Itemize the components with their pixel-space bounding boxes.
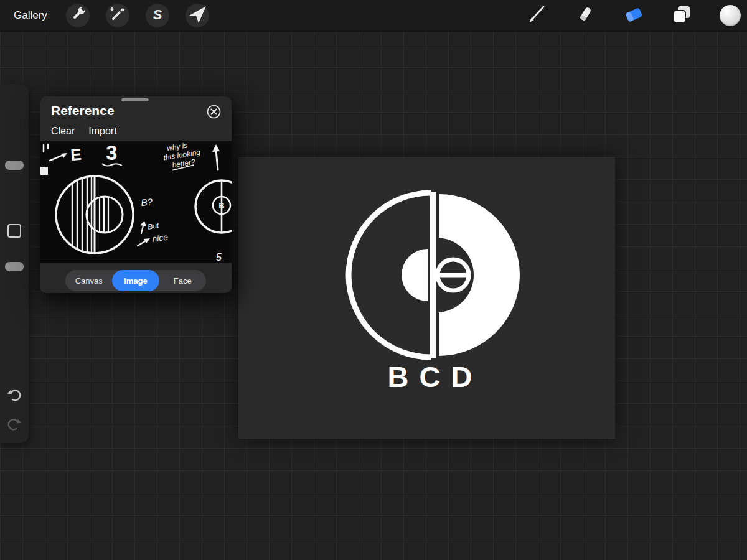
tab-face[interactable]: Face: [159, 270, 206, 291]
undo-button[interactable]: [6, 386, 23, 404]
sketch-nice-text: nice: [151, 232, 169, 244]
smudge-icon: [573, 2, 597, 29]
sketch-right-circle: B 5: [195, 180, 232, 263]
clear-button[interactable]: Clear: [51, 126, 75, 137]
svg-text:S: S: [153, 7, 162, 22]
top-toolbar: Gallery: [0, 0, 747, 31]
sketch-letter-e: E: [70, 145, 82, 164]
transform-button[interactable]: [186, 4, 209, 27]
sketch-number-three: 3: [106, 141, 117, 164]
reference-image[interactable]: E 3 why is this looking better?: [40, 141, 232, 263]
redo-button[interactable]: [6, 416, 23, 433]
sketch-up-arrowhead: [212, 144, 220, 152]
sketch-big-circle: [56, 175, 133, 256]
actions-button[interactable]: [66, 4, 90, 27]
redo-icon: [6, 424, 23, 435]
svg-text:5: 5: [216, 252, 222, 263]
gallery-button[interactable]: Gallery: [14, 0, 47, 31]
tab-canvas[interactable]: Canvas: [65, 270, 112, 291]
bcd-logo: BCD: [238, 157, 615, 439]
eraser-icon: [622, 2, 646, 29]
selection-button[interactable]: S: [146, 4, 169, 27]
svg-text:B: B: [218, 201, 224, 210]
magic-wand-icon: [106, 2, 129, 29]
layers-icon: [670, 2, 693, 29]
layers-button[interactable]: [670, 4, 693, 27]
artwork-canvas[interactable]: BCD: [238, 157, 615, 439]
color-swatch[interactable]: [720, 5, 741, 26]
logo-wordmark: BCD: [388, 360, 483, 393]
eraser-tool-button[interactable]: [622, 4, 646, 27]
sketch-b-question: B?: [141, 196, 153, 208]
chalk-square: [40, 167, 48, 175]
reference-panel-title: Reference: [51, 103, 115, 118]
side-toolbar: [0, 84, 29, 443]
brush-icon: [525, 2, 548, 29]
transform-icon: [186, 2, 209, 29]
undo-icon: [6, 395, 23, 406]
close-button[interactable]: [207, 105, 221, 119]
sketch-but-arrowhead: [140, 221, 146, 226]
modify-button[interactable]: [7, 224, 21, 238]
brush-tool-button[interactable]: [525, 4, 548, 27]
sketch-scribble: [102, 164, 122, 166]
reference-actions: Clear Import: [51, 126, 117, 137]
smudge-tool-button[interactable]: [573, 4, 597, 27]
sketch-note: why is this looking better?: [161, 141, 202, 171]
sketch-up-arrow: [216, 150, 218, 170]
import-button[interactable]: Import: [88, 126, 116, 137]
adjustments-button[interactable]: [106, 4, 129, 27]
opacity-slider[interactable]: [5, 262, 24, 271]
close-icon: [207, 110, 221, 121]
wrench-icon: [66, 2, 90, 29]
chalk-marks: [44, 144, 48, 152]
reference-panel: Reference Clear Import E 3: [40, 96, 232, 293]
selection-icon: S: [146, 2, 169, 29]
brush-size-slider[interactable]: [5, 161, 24, 170]
tab-image[interactable]: Image: [112, 270, 159, 291]
reference-mode-tabs: Canvas Image Face: [65, 270, 206, 291]
panel-drag-handle[interactable]: [121, 98, 149, 101]
sketch-but-text: But: [147, 221, 160, 231]
